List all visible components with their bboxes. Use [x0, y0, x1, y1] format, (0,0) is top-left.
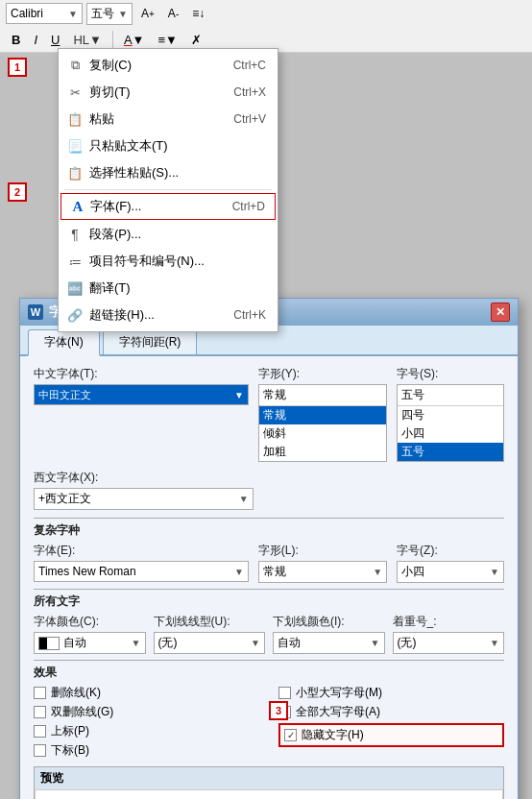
- label-badge-2: 2: [8, 182, 27, 202]
- label-badge-3: 3: [269, 701, 288, 720]
- font-color-label: 字体颜色(C):: [34, 614, 146, 630]
- menu-item-selective-paste[interactable]: 📋 选择性粘贴(S)...: [59, 159, 278, 186]
- highlight-button[interactable]: HL▼: [67, 29, 108, 50]
- strikethrough-checkbox[interactable]: [34, 687, 46, 699]
- size-option-small4[interactable]: 小四: [398, 424, 503, 443]
- font-size-selector[interactable]: 五号 ▼: [86, 3, 133, 25]
- preview-label: 预览: [35, 767, 503, 789]
- hidden-checkbox[interactable]: [284, 729, 297, 741]
- grow-font-button[interactable]: A+: [136, 3, 159, 24]
- clear-format-button[interactable]: ✗: [185, 29, 207, 50]
- bold-button[interactable]: B: [6, 29, 26, 50]
- menu-separator-1: [64, 189, 272, 190]
- underline-color-value: 自动: [278, 635, 301, 651]
- fuza-style-selector[interactable]: 常规 ▼: [258, 561, 387, 583]
- italic-button[interactable]: I: [28, 29, 43, 50]
- effect-hidden[interactable]: 隐藏文字(H): [278, 723, 504, 747]
- style-option-bold[interactable]: 加粗: [259, 443, 386, 461]
- western-font-group: 西文字体(X): +西文正文 ▼: [34, 470, 254, 510]
- effects-col-left: 删除线(K) 双删除线(G) 上标(P) 下标(B): [34, 685, 259, 759]
- font-size-label: 字号(S):: [397, 366, 504, 382]
- menu-item-paragraph[interactable]: ¶ 段落(P)...: [59, 221, 278, 248]
- preview-box: WPS 让办公更轻松: [35, 789, 503, 799]
- emphasis-value: (无): [398, 635, 417, 651]
- toolbar-divider: [112, 31, 113, 48]
- menu-paragraph-label: 段落(P)...: [89, 226, 141, 243]
- western-font-row: 西文字体(X): +西文正文 ▼: [34, 470, 504, 510]
- effect-subscript[interactable]: 下标(B): [34, 742, 259, 759]
- align-button[interactable]: ≡▼: [152, 29, 182, 50]
- fuza-row: 字体(E): Times New Roman ▼ 字形(L): 常规 ▼ 字号(…: [34, 543, 504, 583]
- underline-color-selector[interactable]: 自动 ▼: [273, 632, 385, 654]
- underline-type-value: (无): [158, 635, 178, 651]
- underline-button[interactable]: U: [45, 29, 65, 50]
- toolbar-row1: Calibri ▼ 五号 ▼ A+ A- ≡↓: [0, 0, 532, 27]
- font-size-input[interactable]: 五号: [398, 385, 503, 406]
- subscript-checkbox[interactable]: [34, 744, 46, 757]
- dialog-close-button[interactable]: ✕: [491, 303, 510, 322]
- all-text-section-label: 所有文字: [34, 589, 504, 610]
- chinese-font-group: 中文字体(T): 中田文正文 ▼: [34, 366, 249, 462]
- western-font-label: 西文字体(X):: [34, 470, 254, 486]
- fuza-font-value: Times New Roman: [38, 565, 136, 578]
- superscript-checkbox[interactable]: [34, 725, 46, 738]
- colors-row: 字体颜色(C): 自动 ▼ 下划线线型(U): (无) ▼ 下划线颜色(I):: [34, 614, 504, 654]
- effect-all-caps[interactable]: 全部大写字母(A): [278, 704, 504, 720]
- bullets-icon: ≔: [64, 254, 85, 269]
- underline-type-group: 下划线线型(U): (无) ▼: [154, 614, 266, 654]
- font-size-value: 五号: [91, 6, 114, 22]
- size-option-5[interactable]: 五号: [398, 443, 503, 461]
- menu-copy-shortcut: Ctrl+C: [233, 59, 266, 72]
- small-caps-label: 小型大写字母(M): [296, 685, 382, 701]
- fuza-size-label: 字号(Z):: [397, 543, 504, 559]
- font-style-group: 字形(Y): 常规 常规 倾斜 加粗: [258, 366, 387, 462]
- menu-font-shortcut: Ctrl+D: [232, 200, 265, 213]
- font-main-row: 中文字体(T): 中田文正文 ▼ 字形(Y): 常规 常规 倾斜 加粗: [34, 366, 504, 462]
- tab-font[interactable]: 字体(N): [28, 329, 100, 356]
- emphasis-selector[interactable]: (无) ▼: [393, 632, 505, 654]
- fuza-size-selector[interactable]: 小四 ▼: [397, 561, 504, 583]
- menu-item-hyperlink[interactable]: 🔗 超链接(H)... Ctrl+K: [59, 302, 278, 328]
- effect-double-strikethrough[interactable]: 双删除线(G): [34, 704, 259, 720]
- menu-item-paste-text[interactable]: 📃 只粘贴文本(T): [59, 133, 278, 159]
- menu-item-cut[interactable]: ✂ 剪切(T) Ctrl+X: [59, 79, 278, 106]
- effect-superscript[interactable]: 上标(P): [34, 723, 259, 739]
- font-name-selector[interactable]: Calibri ▼: [6, 3, 83, 24]
- menu-cut-label: 剪切(T): [89, 84, 131, 101]
- menu-bullets-label: 项目符号和编号(N)...: [89, 253, 205, 270]
- underline-type-label: 下划线线型(U):: [154, 614, 266, 630]
- underline-type-arrow: ▼: [251, 638, 260, 648]
- effect-small-caps[interactable]: 小型大写字母(M): [278, 685, 504, 701]
- menu-item-translate[interactable]: 🔤 翻译(T): [59, 275, 278, 302]
- style-option-italic[interactable]: 倾斜: [259, 424, 386, 443]
- menu-item-paste[interactable]: 📋 粘贴 Ctrl+V: [59, 106, 278, 133]
- menu-item-font[interactable]: A 字体(F)... Ctrl+D: [60, 193, 276, 220]
- shrink-font-button[interactable]: A-: [163, 3, 183, 24]
- emphasis-label: 着重号_:: [393, 614, 505, 630]
- underline-type-selector[interactable]: (无) ▼: [154, 632, 266, 654]
- style-option-regular[interactable]: 常规: [259, 406, 386, 424]
- fuza-font-selector[interactable]: Times New Roman ▼: [34, 561, 249, 582]
- font-size-group: 字号(S): 五号 四号 小四 五号: [397, 366, 504, 462]
- double-strikethrough-label: 双删除线(G): [51, 704, 113, 720]
- western-font-selector[interactable]: +西文正文 ▼: [34, 488, 254, 510]
- effect-strikethrough[interactable]: 删除线(K): [34, 685, 259, 701]
- font-name-arrow: ▼: [68, 9, 78, 19]
- menu-translate-label: 翻译(T): [89, 279, 131, 297]
- format-button[interactable]: ≡↓: [187, 3, 209, 24]
- font-color-block: [38, 637, 60, 650]
- chinese-font-selector[interactable]: 中田文正文 ▼: [34, 384, 249, 405]
- fuza-font-group: 字体(E): Times New Roman ▼: [34, 543, 249, 583]
- font-name-value: Calibri: [11, 7, 43, 20]
- font-style-input[interactable]: 常规: [259, 385, 386, 406]
- chinese-font-arrow: ▼: [234, 390, 244, 400]
- tab-spacing[interactable]: 字符间距(R): [103, 329, 198, 354]
- font-color-arrow: ▼: [132, 638, 141, 648]
- small-caps-checkbox[interactable]: [278, 687, 291, 699]
- font-color-button[interactable]: A▼: [118, 29, 151, 50]
- menu-item-copy[interactable]: ⧉ 复制(C) Ctrl+C: [59, 52, 278, 79]
- menu-item-bullets[interactable]: ≔ 项目符号和编号(N)...: [59, 248, 278, 275]
- font-color-selector[interactable]: 自动 ▼: [34, 632, 146, 654]
- size-option-4[interactable]: 四号: [398, 406, 503, 424]
- double-strikethrough-checkbox[interactable]: [34, 706, 46, 718]
